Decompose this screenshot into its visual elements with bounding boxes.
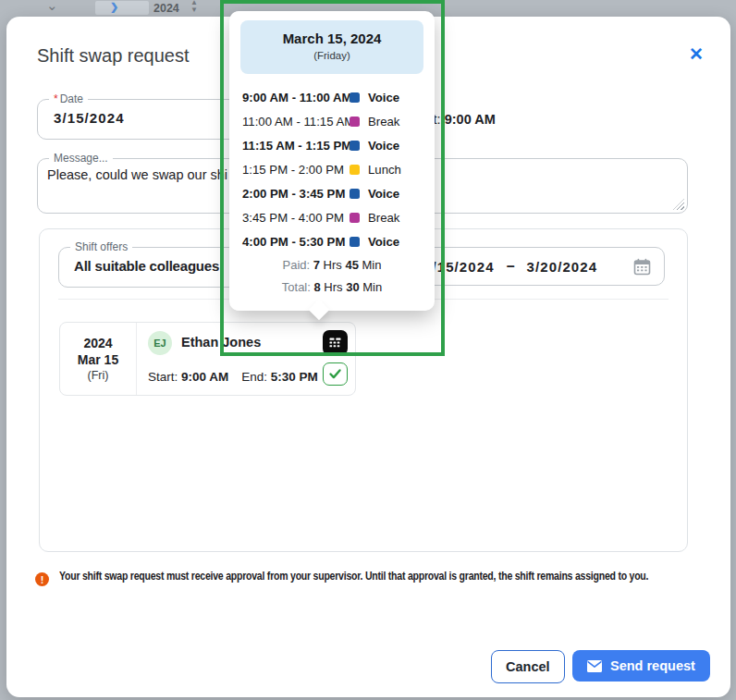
schedule-popover: March 15, 2024 (Friday) 9:00 AM - 11:00 … xyxy=(229,11,435,311)
duration-segment: 45 xyxy=(345,258,358,272)
slot-time: 1:15 PM - 2:00 PM xyxy=(242,163,350,177)
activity-color-swatch xyxy=(350,92,360,103)
cancel-button[interactable]: Cancel xyxy=(491,650,565,683)
resize-handle[interactable] xyxy=(673,199,684,210)
shift-offer-card[interactable]: 2024 Mar 15 (Fri) EJ Ethan Jones Start: … xyxy=(59,322,356,396)
cancel-button-label: Cancel xyxy=(506,659,550,674)
shift-offers-value: All suitable colleagues xyxy=(74,258,219,274)
activity-color-swatch xyxy=(350,213,360,223)
paid-value: 7 Hrs 45 Min xyxy=(313,258,382,272)
avatar: EJ xyxy=(148,331,172,355)
paid-label: Paid: xyxy=(283,258,313,272)
selected-check-button[interactable] xyxy=(323,362,348,386)
card-shift-times: Start: 9:00 AMEnd: 5:30 PM xyxy=(148,370,318,384)
slot-time: 11:00 AM - 11:15 AM xyxy=(242,115,350,129)
activity-color-swatch xyxy=(350,141,360,151)
view-schedule-button[interactable] xyxy=(323,330,348,355)
card-date: Mar 15 xyxy=(78,352,118,367)
email-icon xyxy=(587,660,602,672)
activity-color-swatch xyxy=(350,165,360,175)
total-row: Total: 8 Hrs 30 Min xyxy=(229,280,435,294)
start-value: 9:00 AM xyxy=(445,112,496,127)
warning-text: Your shift swap request must receive app… xyxy=(59,566,680,586)
nav-next-icon: ❯ xyxy=(110,1,118,13)
card-weekday: (Fri) xyxy=(88,369,109,382)
date-range-field[interactable]: 3/15/2024 – 3/20/2024 xyxy=(415,247,665,286)
dialog-title: Shift swap request xyxy=(37,45,190,67)
schedule-icon xyxy=(328,336,342,350)
slot-time: 9:00 AM - 11:00 AM xyxy=(242,91,350,104)
total-value: 8 Hrs 30 Min xyxy=(313,280,382,294)
duration-segment: 7 xyxy=(313,258,320,272)
warning-icon: ! xyxy=(35,572,49,586)
duration-segment: 30 xyxy=(346,280,359,294)
duration-segment: Hrs xyxy=(321,280,346,294)
send-button-label: Send request xyxy=(610,658,695,673)
message-field-label: Message... xyxy=(49,152,113,165)
activity-color-swatch xyxy=(350,189,360,199)
schedule-slot-row: 3:45 PM - 4:00 PMBreak xyxy=(242,205,435,229)
activity-color-swatch xyxy=(350,117,360,127)
schedule-slot-row: 9:00 AM - 11:00 AMVoice xyxy=(242,85,435,109)
popover-date: March 15, 2024 xyxy=(240,31,423,46)
schedule-slots: 9:00 AM - 11:00 AMVoice11:00 AM - 11:15 … xyxy=(242,85,435,253)
duration-segment: Min xyxy=(359,258,382,272)
schedule-slot-row: 2:00 PM - 3:45 PMVoice xyxy=(242,181,435,205)
shift-offers-label: Shift offers xyxy=(70,240,132,253)
activity-color-swatch xyxy=(350,237,360,247)
slot-activity: Voice xyxy=(368,139,399,153)
range-separator: – xyxy=(507,258,515,275)
colleague-name: Ethan Jones xyxy=(181,335,261,350)
duration-segment: Hrs xyxy=(320,258,345,272)
popover-header: March 15, 2024 (Friday) xyxy=(240,20,423,74)
slot-activity: Break xyxy=(368,211,399,225)
schedule-slot-row: 1:15 PM - 2:00 PMLunch xyxy=(242,157,435,181)
year-spinner-down-icon: ▼ xyxy=(190,6,198,14)
required-asterisk: * xyxy=(54,92,58,105)
card-year: 2024 xyxy=(83,336,112,350)
check-icon xyxy=(328,368,342,380)
card-end-value: 5:30 PM xyxy=(271,370,318,384)
slot-activity: Voice xyxy=(368,235,399,249)
card-start-label: Start: xyxy=(148,370,181,384)
popover-weekday: (Friday) xyxy=(240,50,423,61)
slot-time: 3:45 PM - 4:00 PM xyxy=(242,211,350,225)
card-start-value: 9:00 AM xyxy=(181,370,228,384)
close-icon[interactable]: ✕ xyxy=(689,43,704,65)
card-end-label: End: xyxy=(241,370,271,384)
range-to-value: 3/20/2024 xyxy=(527,259,598,275)
schedule-slot-row: 4:00 PM - 5:30 PMVoice xyxy=(242,229,435,253)
calendar-icon[interactable] xyxy=(633,258,651,276)
slot-activity: Voice xyxy=(368,187,399,201)
send-request-button[interactable]: Send request xyxy=(572,650,710,682)
schedule-slot-row: 11:15 AM - 1:15 PMVoice xyxy=(242,133,435,157)
card-date-column: 2024 Mar 15 (Fri) xyxy=(60,323,137,395)
slot-activity: Voice xyxy=(368,91,399,104)
slot-time: 4:00 PM - 5:30 PM xyxy=(242,235,350,249)
slot-activity: Lunch xyxy=(368,163,401,177)
slot-time: 11:15 AM - 1:15 PM xyxy=(242,139,350,153)
slot-time: 2:00 PM - 3:45 PM xyxy=(242,187,350,201)
total-label: Total: xyxy=(282,280,314,294)
slot-activity: Break xyxy=(368,115,399,129)
duration-segment: 8 xyxy=(313,280,320,294)
date-field-value: 3/15/2024 xyxy=(54,110,125,126)
collapse-chevron-icon: ⌄ xyxy=(46,0,58,14)
nav-next-box: ❯ xyxy=(95,1,149,15)
duration-segment: Min xyxy=(360,280,383,294)
schedule-slot-row: 11:00 AM - 11:15 AMBreak xyxy=(242,109,435,133)
paid-row: Paid: 7 Hrs 45 Min xyxy=(229,258,435,272)
date-field-label: *Date xyxy=(49,92,88,105)
message-field-value: Please, could we swap our shi xyxy=(47,167,227,182)
year-display: 2024 xyxy=(153,2,179,15)
